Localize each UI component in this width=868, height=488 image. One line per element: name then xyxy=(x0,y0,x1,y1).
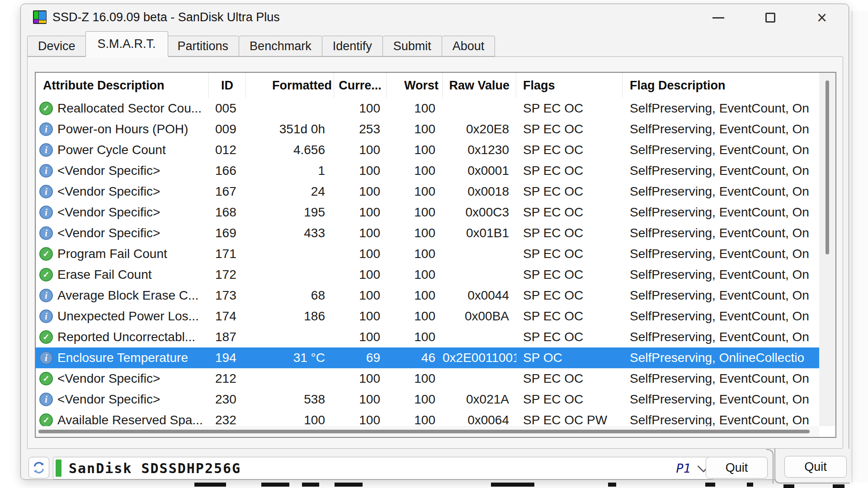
cell-flags: SP EC OC xyxy=(516,140,623,160)
table-row[interactable]: ✓Reallocated Sector Cou...005100100SP EC… xyxy=(36,98,819,119)
tab-identify[interactable]: Identify xyxy=(322,36,383,56)
vertical-scrollbar-thumb[interactable] xyxy=(826,80,829,254)
cell-id: 167 xyxy=(209,181,246,202)
cell-flag-description: SelfPreserving, EventCount, On xyxy=(623,285,819,306)
cell-worst: 100 xyxy=(387,160,443,181)
cell-current: 100 xyxy=(334,327,387,347)
cell-current: 100 xyxy=(334,368,387,389)
table-row[interactable]: i<Vendor Specific>1694331001000x01B1SP E… xyxy=(36,223,819,244)
background-window-artifact xyxy=(783,484,794,488)
tab-smart[interactable]: S.M.A.R.T. xyxy=(85,31,168,56)
vertical-scrollbar[interactable] xyxy=(819,73,835,426)
table-row[interactable]: iAverage Block Erase C...173681001000x00… xyxy=(36,285,819,306)
table-row[interactable]: i<Vendor Specific>2305381001000x021ASP E… xyxy=(36,389,819,410)
cell-worst: 100 xyxy=(387,410,443,426)
table-row[interactable]: ✓Reported Uncorrectabl...187100100SP EC … xyxy=(36,327,819,347)
column-header-flag-description[interactable]: Flag Description xyxy=(623,73,819,98)
tab-about[interactable]: About xyxy=(442,36,495,56)
cell-current: 100 xyxy=(334,181,387,202)
table-row[interactable]: i<Vendor Specific>1681951001000x00C3SP E… xyxy=(36,202,819,223)
cell-flags: SP EC OC xyxy=(516,306,623,327)
cell-attribute-description: ✓Available Reserved Spa... xyxy=(36,410,209,426)
cell-attribute-description: iUnexpected Power Los... xyxy=(36,306,209,327)
cell-formatted xyxy=(246,327,334,347)
cell-formatted: 31 °C xyxy=(246,347,334,368)
status-info-icon: i xyxy=(39,164,53,178)
attribute-label: Reported Uncorrectabl... xyxy=(57,330,195,344)
attribute-label: <Vendor Specific> xyxy=(57,371,160,386)
column-header-worst[interactable]: Worst xyxy=(387,73,443,98)
horizontal-scrollbar-thumb[interactable] xyxy=(38,430,810,433)
cell-attribute-description: i<Vendor Specific> xyxy=(36,389,209,410)
table-row[interactable]: iPower Cycle Count0124.6561001000x1230SP… xyxy=(36,140,819,160)
refresh-button[interactable] xyxy=(28,457,49,479)
cell-id: 005 xyxy=(209,98,246,119)
cell-id: 012 xyxy=(209,140,246,160)
cell-flags: SP EC OC xyxy=(516,244,623,264)
cell-flag-description: SelfPreserving, EventCount, On xyxy=(623,202,819,223)
minimize-button[interactable] xyxy=(706,8,731,28)
tab-partitions[interactable]: Partitions xyxy=(167,36,240,56)
cell-flag-description: SelfPreserving, EventCount, On xyxy=(623,160,819,181)
cell-formatted: 24 xyxy=(246,181,334,202)
device-selector[interactable]: SanDisk SDSSDHP256G P1 xyxy=(53,457,714,479)
table-row[interactable]: iPower-on Hours (POH)009351d 0h2531000x2… xyxy=(36,119,819,140)
cell-raw-value: 0x0064 xyxy=(443,410,516,426)
attribute-label: Erase Fail Count xyxy=(57,267,152,282)
close-button[interactable]: × xyxy=(809,8,835,28)
cell-worst: 100 xyxy=(387,98,443,119)
table-row[interactable]: ✓Program Fail Count171100100SP EC OCSelf… xyxy=(36,244,819,264)
cell-raw-value: 0x01B1 xyxy=(443,223,516,244)
status-ok-icon: ✓ xyxy=(39,268,53,282)
column-header-attribute-description[interactable]: Attribute Description xyxy=(36,73,209,98)
status-info-icon: i xyxy=(39,226,53,240)
cell-flag-description: SelfPreserving, EventCount, On xyxy=(623,119,819,140)
column-header-formatted[interactable]: Formatted xyxy=(246,73,334,98)
status-info-icon: i xyxy=(39,143,53,157)
cell-formatted: 195 xyxy=(246,202,334,223)
column-header-flags[interactable]: Flags xyxy=(516,73,623,98)
tab-benchmark[interactable]: Benchmark xyxy=(239,36,322,56)
cell-formatted xyxy=(246,98,334,119)
column-header-id[interactable]: ID xyxy=(209,73,246,98)
table-row[interactable]: ✓Available Reserved Spa...2321001001000x… xyxy=(36,410,819,426)
column-header-current[interactable]: Curre... xyxy=(334,73,387,98)
table-row[interactable]: iEnclosure Temperature19431 °C69460x2E00… xyxy=(36,347,819,368)
tab-submit[interactable]: Submit xyxy=(383,36,442,56)
cell-id: 174 xyxy=(209,306,246,327)
table-row[interactable]: ✓<Vendor Specific>212100100SP EC OCSelfP… xyxy=(36,368,819,389)
table-row[interactable]: ✓Erase Fail Count172100100SP EC OCSelfPr… xyxy=(36,264,819,285)
table-row[interactable]: i<Vendor Specific>16611001000x0001SP EC … xyxy=(36,160,819,181)
cell-attribute-description: iPower Cycle Count xyxy=(36,140,209,160)
table-row[interactable]: i<Vendor Specific>167241001000x0018SP EC… xyxy=(36,181,819,202)
titlebar[interactable]: SSD-Z 16.09.09 beta - SanDisk Ultra Plus… xyxy=(21,4,849,30)
cell-formatted: 1 xyxy=(246,160,334,181)
tab-device[interactable]: Device xyxy=(27,36,86,56)
cell-raw-value: 0x00C3 xyxy=(443,202,516,223)
cell-flag-description: SelfPreserving, EventCount, On xyxy=(623,264,819,285)
horizontal-scrollbar[interactable] xyxy=(36,426,819,437)
cell-flag-description: SelfPreserving, EventCount, On xyxy=(623,368,819,389)
column-header-raw-value[interactable]: Raw Value xyxy=(443,73,516,98)
cell-formatted: 186 xyxy=(246,306,334,327)
attribute-label: Reallocated Sector Cou... xyxy=(57,101,202,116)
cell-raw-value: 0x1230 xyxy=(443,140,516,160)
smart-rows: ✓Reallocated Sector Cou...005100100SP EC… xyxy=(36,98,819,426)
table-row[interactable]: iUnexpected Power Los...1741861001000x00… xyxy=(36,306,819,327)
cell-id: 212 xyxy=(209,368,246,389)
status-info-icon: i xyxy=(39,206,53,219)
cell-flags: SP EC OC xyxy=(516,285,623,306)
cell-flags: SP OC xyxy=(516,347,623,368)
cell-formatted xyxy=(246,244,334,264)
cell-worst: 100 xyxy=(387,181,443,202)
smart-tab-page: Attribute Description ID Formatted Curre… xyxy=(27,56,843,449)
background-quit-button[interactable]: Quit xyxy=(784,456,847,478)
cell-current: 100 xyxy=(334,223,387,244)
cell-attribute-description: ✓Erase Fail Count xyxy=(36,264,209,285)
attribute-label: <Vendor Specific> xyxy=(57,392,160,407)
cell-flags: SP EC OC xyxy=(516,223,623,244)
cell-id: 166 xyxy=(209,160,246,181)
cell-current: 100 xyxy=(334,306,387,327)
quit-button[interactable]: Quit xyxy=(706,457,768,479)
maximize-button[interactable] xyxy=(758,8,783,28)
